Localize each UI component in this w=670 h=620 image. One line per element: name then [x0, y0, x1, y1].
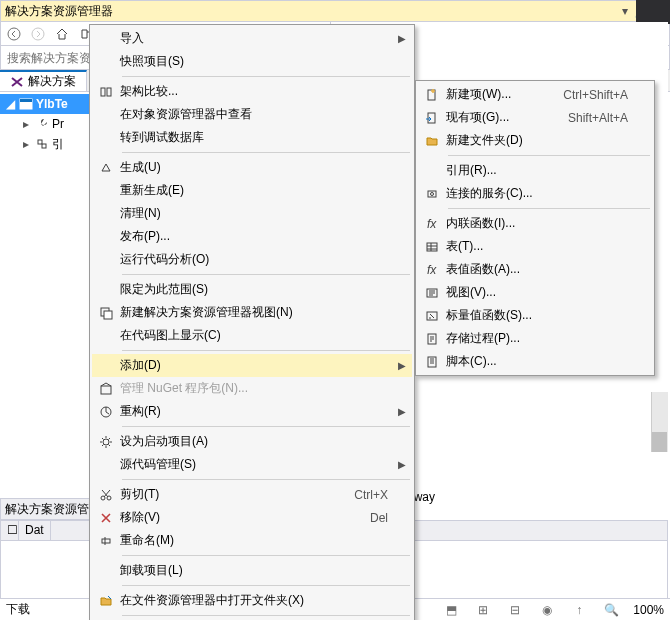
- menu-item[interactable]: 连接的服务(C)...: [418, 182, 652, 205]
- menu-item[interactable]: 添加(D)▶: [92, 354, 412, 377]
- menu-item[interactable]: 在文件资源管理器中打开文件夹(X): [92, 589, 412, 612]
- submenu-arrow-icon: ▶: [398, 33, 406, 44]
- menu-item-label: 生成(U): [120, 159, 392, 176]
- menu-item[interactable]: 视图(V)...: [418, 281, 652, 304]
- context-menu: 导入▶快照项目(S)架构比较...在对象资源管理器中查看转到调试数据库生成(U)…: [89, 24, 415, 620]
- menu-item-label: 脚本(C)...: [446, 353, 632, 370]
- menu-shortcut: Del: [370, 511, 392, 525]
- col-check[interactable]: ☐: [1, 521, 19, 540]
- menu-shortcut: Shift+Alt+A: [568, 111, 632, 125]
- menu-item[interactable]: 转到调试数据库: [92, 126, 412, 149]
- menu-item-label: 发布(P)...: [120, 228, 392, 245]
- svg-rect-10: [101, 386, 111, 394]
- panel-titlebar: 解决方案资源管理器 ▾ 📌 ✕: [0, 0, 670, 22]
- svg-text:fx: fx: [427, 217, 437, 231]
- menu-item[interactable]: 现有项(G)...Shift+Alt+A: [418, 106, 652, 129]
- newview-icon: [92, 306, 120, 320]
- svg-rect-17: [428, 113, 435, 123]
- status-icon-4[interactable]: ◉: [537, 603, 557, 617]
- menu-item-label: 移除(V): [120, 509, 370, 526]
- menu-item-label: 在代码图上显示(C): [120, 327, 392, 344]
- menu-item[interactable]: 限定为此范围(S): [92, 278, 412, 301]
- refactor-icon: [92, 405, 120, 419]
- col-data[interactable]: Dat: [19, 521, 51, 540]
- status-icon-1[interactable]: ⬒: [441, 603, 461, 617]
- folder-icon: [92, 594, 120, 608]
- menu-item[interactable]: 运行代码分析(O): [92, 248, 412, 271]
- menu-item-label: 表(T)...: [446, 238, 632, 255]
- status-download[interactable]: 下载: [6, 601, 30, 618]
- view-icon: [418, 286, 446, 300]
- compare-icon: [92, 85, 120, 99]
- submenu-arrow-icon: ▶: [398, 360, 406, 371]
- menu-item[interactable]: 源代码管理(S)▶: [92, 453, 412, 476]
- scrollbar-thumb[interactable]: [652, 432, 667, 452]
- menu-item[interactable]: 重构(R)▶: [92, 400, 412, 423]
- menu-item[interactable]: 存储过程(P)...: [418, 327, 652, 350]
- panel-title-text: 解决方案资源管理器: [5, 3, 617, 20]
- menu-item-label: 导入: [120, 30, 392, 47]
- submenu-arrow-icon: ▶: [398, 406, 406, 417]
- menu-item[interactable]: 快照项目(S): [92, 50, 412, 73]
- nuget-icon: [92, 382, 120, 396]
- svg-point-0: [8, 28, 20, 40]
- status-icon-2[interactable]: ⊞: [473, 603, 493, 617]
- menu-item[interactable]: 导入▶: [92, 27, 412, 50]
- menu-item[interactable]: 新建项(W)...Ctrl+Shift+A: [418, 83, 652, 106]
- expand-icon[interactable]: ◢: [4, 97, 16, 111]
- build-icon: [92, 161, 120, 175]
- scalar-icon: [418, 309, 446, 323]
- home-icon[interactable]: [53, 25, 71, 43]
- menu-item[interactable]: 在对象资源管理器中查看: [92, 103, 412, 126]
- svg-point-19: [431, 192, 434, 195]
- menu-item[interactable]: fx内联函数(I)...: [418, 212, 652, 235]
- menu-item[interactable]: 引用(R)...: [418, 159, 652, 182]
- menu-item[interactable]: 发布(P)...: [92, 225, 412, 248]
- menu-item-label: 转到调试数据库: [120, 129, 392, 146]
- menu-item-label: 新建项(W)...: [446, 86, 563, 103]
- references-icon: [34, 136, 50, 152]
- menu-item[interactable]: 剪切(T)Ctrl+X: [92, 483, 412, 506]
- zoom-icon[interactable]: 🔍: [601, 603, 621, 617]
- menu-item-label: 新建文件夹(D): [446, 132, 632, 149]
- menu-item[interactable]: 在代码图上显示(C): [92, 324, 412, 347]
- menu-item[interactable]: 生成(U): [92, 156, 412, 179]
- tree-node-label: Pr: [52, 117, 64, 131]
- expand-icon[interactable]: ▸: [20, 117, 32, 131]
- script-icon: [418, 355, 446, 369]
- status-icon-5[interactable]: ↑: [569, 603, 589, 617]
- tab-label: 解决方案: [28, 73, 76, 90]
- remove-icon: [92, 511, 120, 525]
- tree-node-label: YlbTe: [36, 97, 68, 111]
- menu-item[interactable]: 标量值函数(S)...: [418, 304, 652, 327]
- tab-solution[interactable]: 解决方案: [0, 70, 87, 91]
- wrench-icon: [34, 116, 50, 132]
- menu-item[interactable]: 重新生成(E): [92, 179, 412, 202]
- menu-shortcut: Ctrl+Shift+A: [563, 88, 632, 102]
- menu-item[interactable]: 卸载项目(L): [92, 559, 412, 582]
- back-icon[interactable]: [5, 25, 23, 43]
- svg-rect-7: [107, 88, 111, 96]
- menu-item-label: 重命名(M): [120, 532, 392, 549]
- zoom-level[interactable]: 100%: [633, 603, 664, 617]
- menu-item[interactable]: 架构比较...: [92, 80, 412, 103]
- menu-item[interactable]: 清理(N): [92, 202, 412, 225]
- menu-item[interactable]: 移除(V)Del: [92, 506, 412, 529]
- menu-item[interactable]: 脚本(C)...: [418, 350, 652, 373]
- menu-item[interactable]: 设为启动项目(A): [92, 430, 412, 453]
- menu-item-label: 内联函数(I)...: [446, 215, 632, 232]
- forward-icon[interactable]: [29, 25, 47, 43]
- menu-item-label: 在对象资源管理器中查看: [120, 106, 392, 123]
- menu-item[interactable]: 表(T)...: [418, 235, 652, 258]
- expand-icon[interactable]: ▸: [20, 137, 32, 151]
- svg-rect-21: [427, 243, 437, 251]
- menu-item-label: 添加(D): [120, 357, 392, 374]
- dropdown-icon[interactable]: ▾: [617, 4, 633, 18]
- menu-item[interactable]: 新建文件夹(D): [418, 129, 652, 152]
- menu-item[interactable]: 新建解决方案资源管理器视图(N): [92, 301, 412, 324]
- menu-item-label: 视图(V)...: [446, 284, 632, 301]
- status-icon-3[interactable]: ⊟: [505, 603, 525, 617]
- fx-icon: fx: [418, 263, 446, 277]
- menu-item[interactable]: 重命名(M): [92, 529, 412, 552]
- menu-item[interactable]: fx表值函数(A)...: [418, 258, 652, 281]
